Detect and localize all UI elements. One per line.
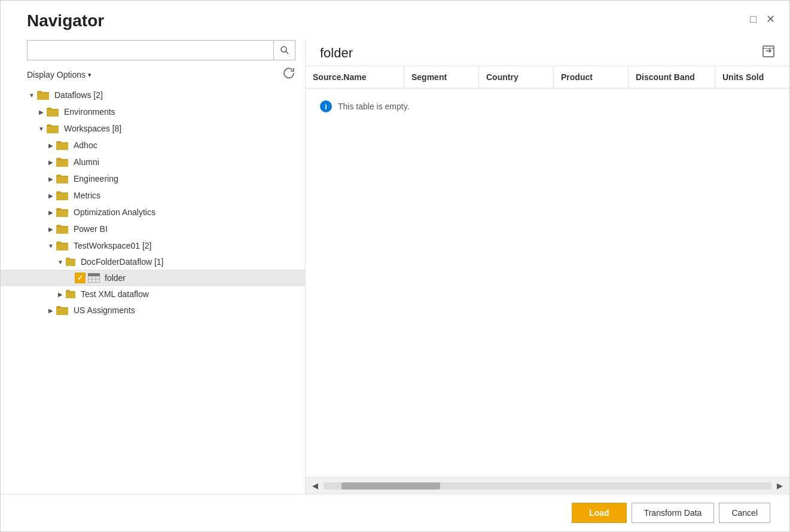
tree-item-alumni[interactable]: ▶ Alumni [1,154,305,170]
tree-item-docfolder[interactable]: ▼ DocFolderDataflow [1] [1,254,305,270]
svg-rect-3 [47,110,59,117]
tree-item-test-xml[interactable]: ▶ Test XML dataflow [1,286,305,302]
tree-label-power-bi: Power BI [74,224,108,234]
tree-label-test-xml: Test XML dataflow [81,289,149,299]
tree-arrow-power-bi: ▶ [46,226,56,233]
preview-title: folder [320,45,353,61]
tree-item-optimization-analytics[interactable]: ▶ Optimization Analytics [1,204,305,221]
left-panel: Display Options ▾ ▼ [1,40,306,494]
transform-data-button[interactable]: Transform Data [632,503,715,523]
load-button[interactable]: Load [572,503,626,523]
empty-message: i This table is empty. [320,100,775,112]
title-bar: Navigator □ ✕ [1,1,789,30]
svg-rect-14 [88,273,100,276]
checkbox-folder[interactable]: ✓ [75,273,86,283]
folder-icon-environments [46,106,59,117]
right-panel: folder Source.Name Segment Country Produ… [306,40,789,494]
window-controls: □ ✕ [750,11,775,25]
folder-icon-test-xml [65,289,76,299]
preview-export-button[interactable] [762,45,775,61]
tree-label-workspaces: Workspaces [8] [64,124,121,133]
tree-item-power-bi[interactable]: ▶ Power BI [1,221,305,237]
folder-icon-alumni [56,157,69,167]
tree-item-testworkspace01[interactable]: ▼ TestWorkspace01 [2] [1,237,305,254]
folder-icon-docfolder [65,257,76,267]
refresh-icon [283,68,295,80]
scrollbar-thumb[interactable] [341,482,440,490]
tree-item-metrics[interactable]: ▶ Metrics [1,187,305,204]
tree-arrow-optimization-analytics: ▶ [46,209,56,216]
scroll-right-button[interactable]: ▶ [773,479,787,493]
svg-rect-7 [56,177,68,184]
info-icon: i [320,100,332,112]
display-options-button[interactable]: Display Options ▾ [27,70,91,80]
scroll-left-button[interactable]: ◀ [308,479,322,493]
tree-item-adhoc[interactable]: ▶ Adhoc [1,137,305,154]
tree-arrow-docfolder: ▼ [56,259,65,265]
col-header-source-name: Source.Name [306,66,404,88]
search-bar [27,40,295,60]
tree-label-dataflows: Dataflows [2] [54,90,103,100]
search-button[interactable] [273,41,295,60]
checkmark-icon: ✓ [77,274,83,282]
folder-icon-us-assignments [56,305,69,316]
tree-arrow-environments: ▶ [36,109,46,115]
search-icon [280,45,289,55]
tree-item-engineering[interactable]: ▶ Engineering [1,170,305,187]
table-icon-folder [88,273,100,283]
display-options-bar: Display Options ▾ [1,65,305,87]
folder-icon-power-bi [56,224,69,234]
svg-rect-21 [763,46,774,57]
tree-arrow-engineering: ▶ [46,176,56,182]
refresh-icon-button[interactable] [283,68,295,82]
maximize-button[interactable]: □ [750,14,757,25]
tree-item-workspaces[interactable]: ▼ Workspaces [8] [1,120,305,137]
tree-label-alumni: Alumni [74,157,99,167]
tree-container: ▼ Dataflows [2] ▶ Environments [1,87,305,494]
search-input[interactable] [28,41,273,60]
col-header-units-sold: Units Sold [715,66,789,88]
preview-header: folder [306,40,789,66]
scrollbar-track[interactable] [324,482,771,490]
folder-icon-adhoc [56,140,69,151]
tree-label-metrics: Metrics [74,191,100,200]
folder-icon-metrics [56,190,69,201]
tree-arrow-metrics: ▶ [46,192,56,199]
tree-label-adhoc: Adhoc [74,140,97,150]
tree-label-folder: folder [105,273,126,283]
folder-icon-testworkspace01 [56,240,69,251]
main-content: Display Options ▾ ▼ [1,40,789,494]
tree-label-engineering: Engineering [74,174,118,184]
svg-rect-10 [56,227,68,234]
tree-label-testworkspace01: TestWorkspace01 [2] [74,241,151,250]
tree-arrow-adhoc: ▶ [46,142,56,149]
col-header-product: Product [554,66,629,88]
svg-rect-12 [66,260,75,266]
tree-label-environments: Environments [64,107,115,117]
col-header-discount-band: Discount Band [629,66,715,88]
tree-item-environments[interactable]: ▶ Environments [1,103,305,120]
bottom-bar: Load Transform Data Cancel [1,494,789,531]
folder-icon-workspaces [46,123,59,134]
folder-icon-optimization-analytics [56,207,69,218]
col-header-country: Country [479,66,554,88]
tree-item-dataflows[interactable]: ▼ Dataflows [2] [1,87,305,103]
tree-arrow-testworkspace01: ▼ [46,243,56,249]
col-header-segment: Segment [404,66,479,88]
svg-line-1 [286,51,288,54]
cancel-button[interactable]: Cancel [719,503,770,523]
tree-arrow-us-assignments: ▶ [46,307,56,314]
horizontal-scrollbar[interactable]: ◀ ▶ [306,477,789,494]
display-options-label: Display Options [27,70,86,80]
folder-icon-engineering [56,173,69,184]
svg-rect-2 [37,93,49,100]
tree-arrow-alumni: ▶ [46,159,56,166]
close-button[interactable]: ✕ [766,14,775,25]
tree-label-docfolder: DocFolderDataflow [1] [81,257,164,267]
chevron-down-icon: ▾ [88,71,91,79]
svg-rect-20 [56,308,68,315]
tree-item-us-assignments[interactable]: ▶ US Assignments [1,302,305,319]
tree-item-folder[interactable]: ✓ folder [1,270,305,286]
folder-icon-dataflows [36,90,50,100]
svg-rect-4 [47,127,59,133]
